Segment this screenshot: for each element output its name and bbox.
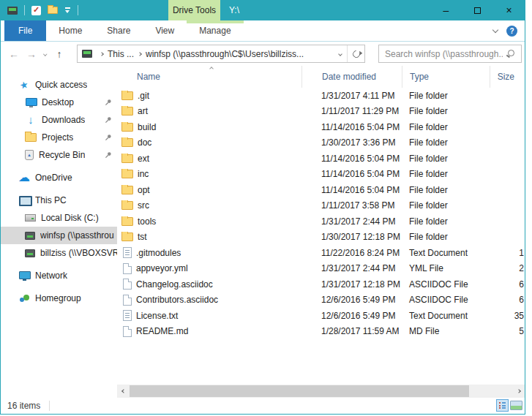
file-name: Contributors.asciidoc [136, 295, 218, 305]
file-date-modified: 11/14/2016 5:04 PM [301, 169, 402, 179]
sidebar-item-onedrive[interactable]: OneDrive [1, 169, 117, 186]
downloads-icon [25, 114, 37, 126]
search-input[interactable] [379, 49, 506, 59]
file-row-contributors-asciidoc[interactable]: Contributors.asciidoc 12/6/2016 5:49 PM … [117, 292, 525, 309]
file-row-git[interactable]: .git 1/31/2017 4:11 PM File folder [117, 88, 525, 104]
folder-icon [121, 123, 133, 132]
column-header-size[interactable]: Size [490, 66, 525, 88]
sidebar-item-billziss-vboxsvr[interactable]: billziss (\\VBOXSVR) [1, 244, 117, 262]
tab-view[interactable]: View [143, 20, 187, 41]
file-row-doc[interactable]: doc 1/30/2017 3:36 PM File folder [117, 135, 525, 151]
close-button[interactable]: × [493, 0, 525, 20]
address-separator [347, 45, 348, 62]
forward-button[interactable]: → [23, 48, 40, 60]
scroll-left-arrow[interactable] [117, 385, 130, 398]
address-bar[interactable]: This ... winfsp (\\passthrough\C$\Users\… [77, 45, 365, 63]
column-header-type[interactable]: Type [402, 66, 490, 88]
refresh-icon[interactable] [351, 48, 361, 58]
file-icon [123, 326, 132, 337]
file-date-modified: 1/28/2017 11:59 AM [301, 326, 402, 336]
scroll-right-arrow[interactable] [512, 385, 525, 398]
qat-separator [78, 5, 78, 15]
tab-home[interactable]: Home [46, 20, 94, 41]
file-row-tst[interactable]: tst 1/30/2017 12:18 PM File folder [117, 230, 525, 246]
folder-icon [121, 217, 133, 226]
file-rows: .git 1/31/2017 4:11 PM File folder art 1… [117, 88, 525, 385]
scrollbar-thumb[interactable] [130, 385, 469, 397]
sidebar-item-winfsp-passthrou[interactable]: winfsp (\\passthrou [1, 227, 117, 244]
recent-locations-icon[interactable] [40, 53, 50, 56]
file-text-icon [123, 247, 132, 258]
sidebar-item-recycle-bin[interactable]: Recycle Bin [1, 146, 117, 164]
maximize-button[interactable] [462, 0, 493, 20]
file-row-src[interactable]: src 1/11/2017 3:58 PM File folder [117, 198, 525, 214]
file-row-appveyor-yml[interactable]: appveyor.yml 1/31/2017 2:44 PM YML File … [117, 261, 525, 277]
file-type: File folder [402, 106, 490, 116]
column-header-date-modified[interactable]: Date modified [301, 66, 402, 88]
sidebar-item-network[interactable]: Network [1, 267, 117, 284]
status-bar: 16 items [1, 398, 525, 414]
file-row-opt[interactable]: opt 11/14/2016 5:04 PM File folder [117, 182, 525, 198]
file-row-build[interactable]: build 11/14/2016 5:04 PM File folder [117, 119, 525, 135]
file-row-gitmodules[interactable]: .gitmodules 11/22/2016 8:24 PM Text Docu… [117, 245, 525, 261]
breadcrumb-current-path[interactable]: winfsp (\\passthrough\C$\Users\billziss.… [146, 49, 339, 59]
horizontal-scrollbar[interactable] [117, 385, 525, 398]
search-icon[interactable] [506, 49, 516, 59]
file-row-inc[interactable]: inc 11/14/2016 5:04 PM File folder [117, 167, 525, 183]
address-dropdown-icon[interactable] [338, 52, 342, 56]
sidebar-item-downloads[interactable]: Downloads [1, 111, 117, 129]
file-size: 6 [490, 279, 525, 290]
breadcrumb-chevron-icon[interactable] [138, 52, 142, 56]
breadcrumb-this-pc[interactable]: This ... [108, 49, 134, 59]
details-view-button[interactable] [496, 399, 509, 412]
file-text-icon [123, 310, 132, 321]
sidebar-item-desktop[interactable]: Desktop [1, 94, 117, 111]
file-date-modified: 1/30/2017 3:36 PM [301, 137, 402, 148]
file-name: Changelog.asciidoc [136, 279, 213, 290]
file-date-modified: 1/11/2017 11:29 PM [301, 106, 402, 116]
up-button[interactable]: ↑ [50, 48, 68, 60]
tab-manage[interactable]: Manage [187, 20, 243, 41]
pin-icon [105, 151, 112, 161]
file-type: Text Document [402, 248, 490, 258]
network-drive-icon [25, 249, 35, 257]
sidebar-item-projects[interactable]: Projects [1, 129, 117, 146]
file-type: File folder [402, 216, 490, 227]
file-type: File folder [402, 232, 490, 242]
file-row-changelog-asciidoc[interactable]: Changelog.asciidoc 1/31/2017 12:18 PM AS… [117, 276, 525, 292]
search-box [378, 45, 522, 63]
pin-icon [105, 133, 112, 143]
help-icon[interactable]: ? [506, 26, 517, 37]
folder-icon [25, 133, 37, 142]
window-icon[interactable] [7, 7, 18, 15]
file-row-ext[interactable]: ext 11/14/2016 5:04 PM File folder [117, 151, 525, 167]
minimize-button[interactable]: – [430, 0, 462, 20]
file-type: File folder [402, 185, 490, 195]
file-type: Text Document [402, 311, 490, 321]
breadcrumb-chevron-icon[interactable] [100, 52, 104, 56]
recycle-bin-icon [25, 150, 34, 160]
qat-dropdown-icon[interactable] [64, 7, 71, 13]
titlebar: Drive Tools Y:\ – × [1, 0, 525, 20]
sidebar-item-local-disk-c[interactable]: Local Disk (C:) [1, 209, 117, 227]
new-folder-icon[interactable] [48, 7, 58, 14]
file-name: src [138, 200, 149, 211]
sidebar-item-homegroup[interactable]: Homegroup [1, 290, 117, 307]
thumbnails-view-button[interactable] [510, 401, 522, 410]
sidebar-item-quick-access[interactable]: Quick access [1, 76, 117, 94]
tab-file[interactable]: File [4, 20, 46, 41]
file-row-tools[interactable]: tools 1/31/2017 2:44 PM File folder [117, 213, 525, 230]
file-row-art[interactable]: art 1/11/2017 11:29 PM File folder [117, 104, 525, 120]
ribbon-collapse-icon[interactable] [492, 27, 498, 33]
file-size: 2 [490, 263, 525, 273]
computer-icon [82, 50, 92, 58]
file-row-readme-md[interactable]: README.md 1/28/2017 11:59 AM MD File 5 [117, 324, 525, 340]
file-row-license-txt[interactable]: License.txt 12/6/2016 5:49 PM Text Docum… [117, 308, 525, 324]
navigation-buttons: ← → ↑ [5, 42, 68, 66]
sidebar-item-this-pc[interactable]: This PC [1, 192, 117, 209]
back-button[interactable]: ← [5, 48, 23, 60]
quick-access-icon [18, 79, 30, 91]
tab-share[interactable]: Share [94, 20, 143, 41]
checkmark-icon[interactable] [31, 6, 41, 15]
drive-tools-contextual-tab[interactable]: Drive Tools [168, 0, 220, 20]
